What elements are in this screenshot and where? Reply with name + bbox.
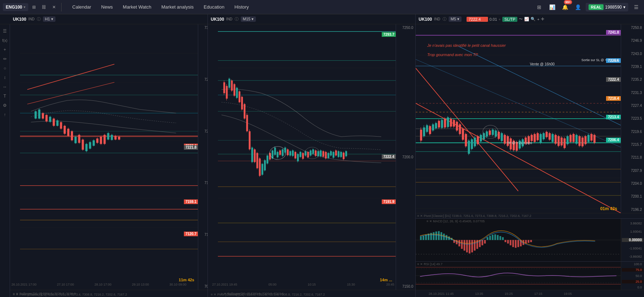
chart3-price-diff: 0.01 [489,17,497,21]
chart2-time-2: 05:00 [268,283,277,290]
chart3-candle-icon[interactable]: 📈 [524,17,529,21]
chart3-zoom-out-icon[interactable]: 🔍 [531,17,536,21]
chart3-vente-label: Vente @ 16h00 [530,62,555,66]
chart-panel-3: UK100 IND ⓘ M5 ▾ 7222.4 0.01 + SL/TP 〜 📈… [416,14,644,297]
price-7050: 7050.0 [199,284,208,288]
toolbar-settings[interactable]: ⚙ [1,102,9,109]
nav-icon-close[interactable]: ✕ [50,3,58,11]
chart3-crosshair-icon[interactable]: ✛ [541,17,544,21]
chart3-macd-svg [416,219,621,261]
chart3-plus-icon[interactable]: + [498,17,501,21]
svg-rect-357 [497,235,499,240]
symbol-selector[interactable]: ENG100 ▾ [3,3,28,11]
chart2-price-scale: 7250.0 7200.0 7150.0 [396,24,415,290]
nav-news[interactable]: News [96,2,118,12]
chart3-rsi-scale: 100.0 75.0 50.0 25.0 0.0 [621,262,644,290]
chart2-info-icon[interactable]: ⓘ [235,16,239,22]
svg-rect-130 [279,150,281,155]
svg-rect-345 [466,240,468,253]
svg-rect-316 [581,138,584,147]
svg-rect-346 [469,240,470,254]
chart3-symbol: UK100 [419,17,432,22]
nav-education[interactable]: Education [199,2,229,12]
chart1-area: 7300.0 7250.0 7200.0 7150.0 7100.0 7050.… [10,24,208,290]
toolbar-vertical[interactable]: ↕ [1,74,9,81]
nav-calendar[interactable]: Calendar [67,2,96,12]
chart3-timeframe[interactable]: M5 ▾ [449,16,462,22]
svg-rect-103 [246,115,248,132]
svg-rect-140 [292,150,294,156]
nav-icon-link[interactable]: ⛓ [40,3,48,11]
rsi-mid: 50.0 [622,274,643,278]
p3-7235: 7235.2 [622,78,643,81]
chart2-symbol: UK100 [211,17,224,22]
p3-7200: 7200.1 [622,194,643,198]
svg-rect-252 [486,132,488,137]
account-info[interactable]: REAL 1988590 ▾ [586,3,628,11]
svg-rect-354 [489,236,491,240]
toolbar-circle[interactable]: ○ [1,64,9,72]
chart3-tag-7213: 7213.4 [606,115,621,119]
macd-zero: 0.00000 [622,238,643,242]
svg-rect-215 [432,124,434,130]
nav-market-analysis[interactable]: Market analysis [156,2,199,12]
toolbar-text[interactable]: T [1,92,9,100]
chart3-line-icon[interactable]: 〜 [519,16,523,22]
chart3-time-5: 19:05 [564,292,572,296]
chart2-price-tag-7222: 7222.4 [382,154,396,159]
chart1-info-icon[interactable]: ⓘ [37,16,41,22]
nav-menu: Calendar News Market Watch Market analys… [67,2,254,12]
chart1-symbol: UK100 [13,17,26,22]
rsi-high: 100.0 [622,262,643,266]
svg-rect-159 [315,150,317,156]
screen-icon[interactable]: ⊞ [534,2,544,12]
chart2-time-4: 15:30 [347,283,355,290]
price-7150: 7150.0 [199,181,208,185]
chart3-sltp-btn[interactable]: SL/TP [502,17,518,22]
chart2-price-7200: 7200.0 [397,155,415,159]
svg-rect-356 [494,234,496,240]
svg-rect-327 [420,237,422,240]
price-7250: 7250.0 [199,78,208,81]
chart2-type: IND [226,17,232,21]
nav-history[interactable]: History [229,2,254,12]
chart2-price-tag-7293: 7293.7 [382,32,396,37]
chart3-rsi-svg [416,262,621,290]
chart1-price-tag-7159: 7159.1 [184,199,198,204]
menu-icon[interactable]: ☰ [631,2,641,12]
svg-rect-93 [234,84,235,95]
chart2-timeframe[interactable]: M15 ▾ [241,16,256,22]
svg-rect-99 [241,97,243,109]
chart1-price-tag-7120: 7120.7 [184,232,198,236]
chart1-price-tag-7221: 7221.8 [184,145,198,150]
chart-panel-1: ☰ f(x) + ✏ ○ ↕ ↔ T ⚙ ↑ UK100 IND ⓘ H1 ▾ [0,14,208,297]
svg-rect-179 [340,152,342,157]
chart3-tag-7206: 7206.4 [606,138,621,142]
toolbar-add[interactable]: + [1,46,9,54]
p3-7207: 7207.9 [622,169,643,173]
chart1-timeframe[interactable]: H1 ▾ [43,16,55,22]
person-icon[interactable]: 👤 [573,2,583,12]
chart3-footer: 28.10.2021 11:45 13:35 15:25 17:15 19:05 [416,290,644,297]
nav-icon-copy[interactable]: ⊞ [30,3,38,11]
notification-area[interactable]: 🔔 99+ [560,2,570,12]
toolbar-fx[interactable]: f(x) [1,36,9,44]
toolbar-up[interactable]: ↑ [1,111,9,119]
toolbar-horizontal[interactable]: ↔ [1,83,9,91]
chart3-tag-7218: 7218.4 [606,96,621,101]
svg-rect-352 [484,240,486,244]
nav-market-watch[interactable]: Market Watch [118,2,156,12]
chart3-info-icon[interactable]: ⓘ [443,16,447,22]
toolbar-crosshair[interactable]: ☰ [1,27,9,35]
chart3-zoom-in-icon[interactable]: + [537,17,539,21]
chart-icon[interactable]: 📊 [547,2,557,12]
toolbar-draw[interactable]: ✏ [1,55,9,63]
chart2-pivot-label: ≡ ✕ Pivot [Classic] [D1] 7238.0, 7251.6,… [211,293,325,296]
chart3-price-input[interactable]: 7222.4 [467,17,488,22]
p3-7247: 7246.9 [622,39,643,43]
price-7300: 7300.0 [199,26,208,30]
p3-7227: 7227.4 [622,104,643,108]
chart3-macd-label: ≡ ✕ MACD [12, 26, 9] -0.45405, 0.07705 [426,219,485,223]
svg-rect-348 [474,240,475,251]
chart1-timer: 11m 42s [179,278,194,282]
